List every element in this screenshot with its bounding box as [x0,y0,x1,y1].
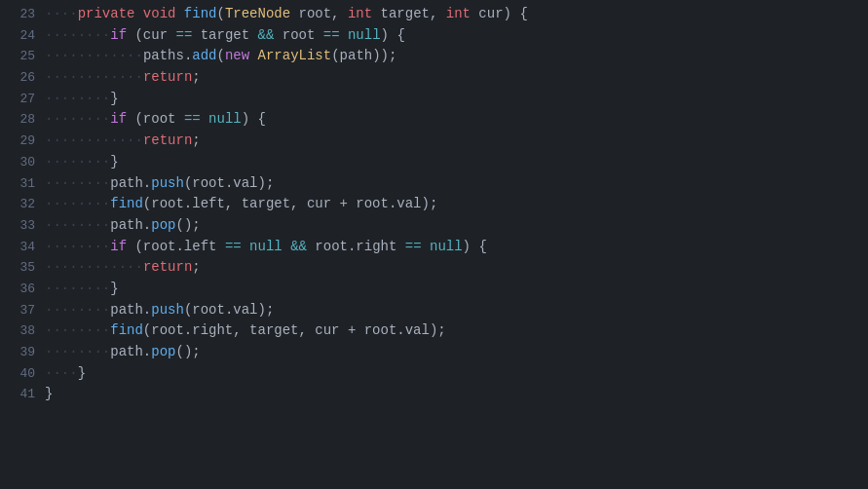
var-token: ; [192,259,200,275]
line-content: ········path.push(root.val); [45,300,860,321]
line-number: 36 [8,280,35,299]
table-row: 26············return; [0,67,868,89]
line-number: 41 [8,385,35,404]
var-token [283,239,290,254]
line-content: ········path.pop(); [45,215,860,237]
kw-null-token: null [249,239,283,254]
table-row: 25············paths.add(new ArrayList(pa… [0,46,868,67]
kw-if-token: if [110,27,127,43]
var-token: } [78,365,86,381]
table-row: 23····private void find(TreeNode root, i… [0,4,868,25]
kw-return-token: return [143,69,192,85]
var-token: ; [192,69,200,85]
cls-token: ArrayList [258,48,332,63]
line-content: ········path.pop(); [45,342,860,363]
line-number: 25 [8,47,35,66]
line-number: 29 [8,132,35,151]
var-token: (root.left, target, cur + root.val); [143,196,437,211]
line-number: 33 [8,216,35,236]
var-token: root [274,27,322,43]
line-number: 28 [8,110,35,130]
fn-token: add [192,48,216,63]
kw-if-token: if [110,111,127,127]
line-number: 27 [8,90,35,109]
table-row: 33········path.pop(); [0,215,868,237]
kw-int-token: int [348,6,372,21]
table-row: 29············return; [0,131,868,152]
op-token: == [323,27,340,43]
fn-token: pop [151,217,175,233]
var-token: (root.val); [184,302,274,318]
var-token: root.right [307,239,405,254]
var-token [249,48,257,63]
line-number: 32 [8,195,35,214]
table-row: 35············return; [0,257,868,279]
op-token: == [184,111,201,127]
table-row: 40····} [0,363,868,385]
table-row: 24········if (cur == target && root == n… [0,25,868,47]
var-token: target, [372,6,446,21]
table-row: 27········} [0,89,868,110]
line-content: ········if (root.left == null && root.ri… [45,237,860,258]
table-row: 31········path.push(root.val); [0,173,868,195]
kw-null-token: null [348,27,381,43]
line-content: ····} [45,363,860,385]
var-token: path. [110,217,151,233]
var-token: (); [175,344,200,359]
kw-void-token: void [143,6,176,21]
line-content: ········} [45,279,860,300]
fn-token: find [110,196,143,211]
table-row: 32········find(root.left, target, cur + … [0,194,868,215]
line-content: ········find(root.right, target, cur + r… [45,320,860,342]
var-token [175,6,183,21]
var-token: ( [217,48,225,63]
table-row: 39········path.pop(); [0,342,868,363]
line-content: ········path.push(root.val); [45,173,860,195]
line-content: ········} [45,89,860,110]
line-number: 23 [8,5,35,24]
line-content: ····private void find(TreeNode root, int… [45,4,860,25]
op-token: == [225,239,242,254]
kw-int-token: int [446,6,471,21]
line-number: 34 [8,238,35,257]
line-number: 35 [8,258,35,278]
table-row: 30········} [0,152,868,173]
var-token: cur) { [471,6,528,21]
var-token: path. [110,175,151,191]
line-number: 30 [8,153,35,172]
line-content: } [45,384,860,405]
fn-token: find [110,322,143,338]
kw-return-token: return [143,259,192,275]
var-token: (root [127,111,184,127]
var-token: target [192,27,257,43]
var-token: (path)); [331,48,396,63]
line-number: 40 [8,364,35,384]
line-number: 26 [8,68,35,88]
var-token: } [110,154,118,169]
var-token: ) { [463,239,487,254]
var-token: root, [290,6,348,21]
kw-null-token: null [208,111,242,127]
op-token: == [405,239,422,254]
line-content: ············return; [45,257,860,279]
table-row: 28········if (root == null) { [0,109,868,131]
var-token: (cur [127,27,175,43]
fn-token: pop [151,344,175,359]
kw-private-token: private [78,6,135,21]
kw-new-token: new [225,48,249,63]
line-content: ········if (root == null) { [45,109,860,131]
fn-token: find [184,6,217,21]
var-token: } [110,281,118,296]
line-content: ········if (cur == target && root == nul… [45,25,860,47]
var-token: } [45,386,53,401]
line-content: ············paths.add(new ArrayList(path… [45,46,860,67]
var-token [340,27,348,43]
line-number: 37 [8,301,35,320]
var-token [242,239,249,254]
table-row: 36········} [0,279,868,300]
kw-return-token: return [143,132,192,148]
op-token: && [258,27,275,43]
var-token: ) { [381,27,405,43]
table-row: 37········path.push(root.val); [0,300,868,321]
line-number: 38 [8,321,35,341]
